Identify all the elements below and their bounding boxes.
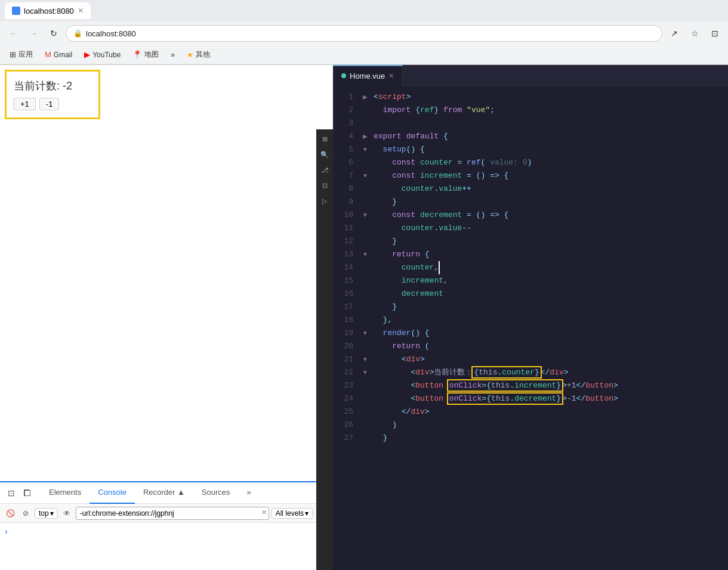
main-container: 当前计数: -2 +1 -1 ⊡ ⧠ Elements Console Reco…: [0, 65, 728, 570]
gutter-1[interactable]: ▶: [359, 91, 371, 104]
devtools-panel: ⊡ ⧠ Elements Console Recorder ▲ Sources …: [0, 481, 316, 570]
line-num-8: 8: [333, 182, 359, 196]
bookmark-apps[interactable]: ⊞ 应用: [5, 48, 38, 61]
devtools-sidebar: ⊞ 🔍 ⎇ ⊡ ▷ ⚙ ★: [316, 129, 333, 570]
bookmark-gmail[interactable]: M Gmail: [40, 49, 77, 60]
code-line-19: render() {: [371, 327, 728, 340]
sidebar-icon-files[interactable]: ⊞: [317, 132, 332, 146]
code-line-25: </div>: [371, 405, 728, 419]
line-num-14: 14: [333, 261, 359, 274]
bookmark-label: Gmail: [54, 51, 72, 59]
gutter-7[interactable]: ▼: [359, 169, 371, 182]
line-num-26: 26: [333, 419, 359, 432]
tab-more[interactable]: »: [239, 482, 260, 504]
device-toolbar-button[interactable]: ⧠: [20, 487, 33, 500]
top-label: top: [39, 509, 49, 518]
clear-filter-icon[interactable]: ✕: [261, 509, 267, 516]
tab-close-icon[interactable]: ✕: [78, 7, 84, 15]
console-prompt[interactable]: ›: [5, 525, 311, 537]
browser-chrome: localhost:8080 ✕ ← → ↻ 🔒 localhost:8080 …: [0, 0, 728, 65]
clear-console-button[interactable]: 🚫: [4, 507, 17, 520]
tab-elements[interactable]: Elements: [41, 482, 90, 504]
line-num-27: 27: [333, 432, 359, 445]
gutter-5[interactable]: ▼: [359, 143, 371, 156]
line-num-2: 2: [333, 104, 359, 117]
chevron-down-icon: ▾: [305, 509, 309, 518]
chevron-down-icon: ▾: [50, 509, 54, 518]
line-num-10: 10: [333, 209, 359, 222]
bookmark-more[interactable]: »: [166, 49, 180, 60]
sidebar-icon-extensions[interactable]: ⊡: [317, 178, 332, 193]
increment-button[interactable]: +1: [14, 98, 36, 110]
gutter-24: [359, 392, 371, 405]
forward-button[interactable]: →: [25, 25, 42, 42]
code-line-23: <button onClick={this.increment}>+1</but…: [371, 379, 728, 392]
gutter-13[interactable]: ▼: [359, 248, 371, 261]
browser-tab[interactable]: localhost:8080 ✕: [5, 2, 91, 19]
tab-console[interactable]: Console: [90, 482, 135, 504]
bookmark-button[interactable]: ☆: [686, 25, 703, 42]
tab-search-button[interactable]: ⊡: [707, 25, 723, 42]
counter-widget: 当前计数: -2 +1 -1: [5, 70, 100, 119]
url-display: localhost:8080: [86, 29, 136, 38]
log-level-selector[interactable]: All levels ▾: [272, 508, 313, 519]
address-bar[interactable]: 🔒 localhost:8080: [66, 25, 662, 42]
tab-sources[interactable]: Sources: [193, 482, 239, 504]
bookmark-other[interactable]: ★ 其他: [182, 48, 215, 61]
editor-tab-home-vue[interactable]: Home.vue ✕: [333, 65, 403, 86]
line-num-20: 20: [333, 340, 359, 353]
reload-button[interactable]: ↻: [45, 25, 62, 42]
browser-toolbar: ← → ↻ 🔒 localhost:8080 ↗ ☆ ⊡: [0, 21, 728, 45]
lock-icon: 🔒: [73, 29, 82, 38]
eye-button[interactable]: 👁: [60, 507, 73, 520]
code-line-6: const counter = ref( value: 0): [371, 156, 728, 169]
gutter-19[interactable]: ▼: [359, 327, 371, 340]
console-area: ›: [0, 523, 316, 570]
decrement-button[interactable]: -1: [39, 98, 60, 110]
back-button[interactable]: ←: [5, 25, 21, 42]
sidebar-icon-debug[interactable]: ▷: [317, 194, 332, 208]
code-line-13: return {: [371, 248, 728, 261]
editor-tab-close-icon[interactable]: ✕: [388, 72, 394, 80]
gutter-12: [359, 235, 371, 248]
browser-content: 当前计数: -2 +1 -1 ⊡ ⧠ Elements Console Reco…: [0, 65, 316, 570]
line-num-18: 18: [333, 314, 359, 327]
gutter-22[interactable]: ▼: [359, 366, 371, 379]
sidebar-icon-search[interactable]: 🔍: [317, 147, 332, 162]
line-num-22: 22: [333, 366, 359, 379]
tab-recorder[interactable]: Recorder ▲: [135, 482, 193, 504]
code-gutter: ▶ ▶ ▼ ▼ ▼ ▼ ▼ ▼ ▼: [359, 86, 371, 570]
stop-button[interactable]: ⊘: [19, 507, 32, 520]
share-button[interactable]: ↗: [666, 25, 683, 42]
bookmark-maps[interactable]: 📍 地图: [128, 48, 164, 61]
line-num-24: 24: [333, 392, 359, 405]
sidebar-icon-source-control[interactable]: ⎇: [317, 163, 332, 177]
line-num-11: 11: [333, 222, 359, 235]
gutter-25: [359, 405, 371, 419]
code-line-27: }: [371, 432, 728, 445]
line-num-1: 1: [333, 91, 359, 104]
line-num-19: 19: [333, 327, 359, 340]
code-line-5: setup() {: [371, 143, 728, 156]
inspect-element-button[interactable]: ⊡: [5, 487, 18, 500]
code-line-9: }: [371, 196, 728, 209]
line-num-25: 25: [333, 405, 359, 419]
code-line-10: const decrement = () => {: [371, 209, 728, 222]
line-num-12: 12: [333, 235, 359, 248]
gutter-21[interactable]: ▼: [359, 353, 371, 366]
top-context-selector[interactable]: top ▾: [35, 508, 58, 519]
grid-icon: ⊞: [10, 50, 16, 59]
gutter-17: [359, 301, 371, 314]
code-editor: Home.vue ✕ 1 2 3 4 5 6 7 8 9 10 11 12 13…: [333, 65, 728, 570]
gutter-4[interactable]: ▶: [359, 130, 371, 143]
console-filter-input[interactable]: [76, 507, 269, 520]
line-num-21: 21: [333, 353, 359, 366]
code-line-1: <script>: [371, 91, 728, 104]
gutter-27: [359, 432, 371, 445]
gutter-10[interactable]: ▼: [359, 209, 371, 222]
bookmark-youtube[interactable]: ▶ YouTube: [79, 49, 125, 60]
line-num-15: 15: [333, 274, 359, 287]
code-line-4: export default {: [371, 130, 728, 143]
line-num-9: 9: [333, 196, 359, 209]
code-line-7: const increment = () => {: [371, 169, 728, 182]
